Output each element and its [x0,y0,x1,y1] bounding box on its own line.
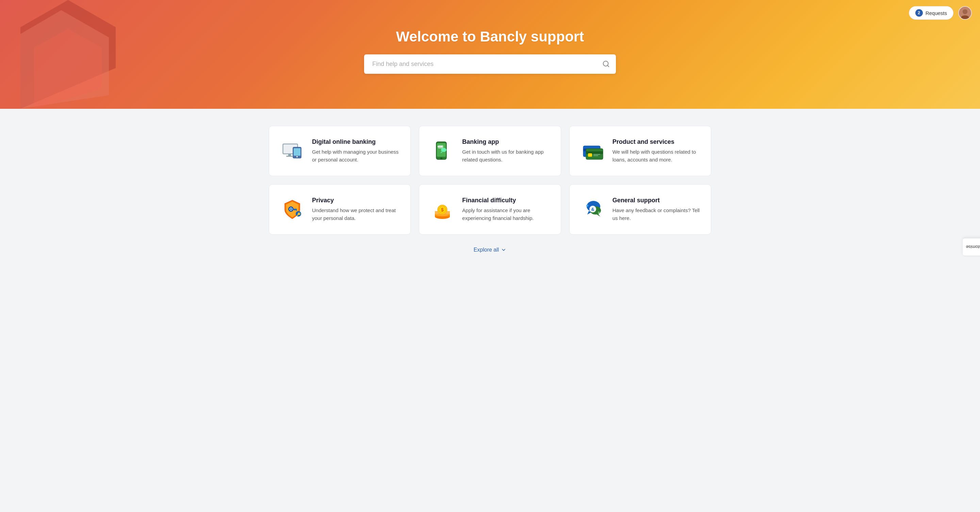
card-text-general-support: General support Have any feedback or com… [612,197,700,222]
svg-point-23 [440,157,442,159]
card-text-financial-difficulty: Financial difficulty Apply for assistanc… [462,197,550,222]
card-text-product-services: Product and services We will help with q… [612,138,700,163]
card-icon-card [581,138,605,163]
card-icon [581,139,605,162]
explore-all-section: Explore all [34,247,946,253]
card-general-support[interactable]: & General support Have any feedback or c… [569,184,711,235]
card-text-banking-app: Banking app Get in touch with us for ban… [462,138,550,163]
svg-line-7 [608,65,609,67]
svg-marker-3 [21,0,116,109]
card-desc-financial-difficulty: Apply for assistance if you are experien… [462,207,550,222]
card-privacy[interactable]: 🔑 Privacy Understand how we protect and … [269,184,411,235]
explore-all-button[interactable]: Explore all [474,247,507,253]
card-title-digital-banking: Digital online banking [312,138,399,146]
main-content: Digital online banking Get help with man… [0,109,980,280]
hero-decoration [0,0,143,109]
svg-point-19 [439,146,441,147]
svg-text:&: & [591,207,594,212]
card-product-services[interactable]: Product and services We will help with q… [569,126,711,176]
top-navigation: 2 Requests [909,6,972,20]
svg-rect-30 [593,155,598,156]
customise-tab[interactable]: Customise [963,238,980,256]
card-title-financial-difficulty: Financial difficulty [462,197,550,204]
card-text-privacy: Privacy Understand how we protect and tr… [312,197,399,222]
svg-rect-14 [286,156,293,157]
svg-text:$: $ [441,207,444,212]
card-icon-chat: & [581,197,605,221]
mobile-icon [431,139,454,162]
svg-point-31 [288,207,293,211]
svg-point-12 [296,156,298,157]
cards-grid: Digital online banking Get help with man… [269,126,711,235]
card-desc-digital-banking: Get help with managing your business or … [312,148,399,163]
requests-badge: 2 [915,9,923,17]
svg-rect-29 [593,154,600,155]
svg-rect-11 [294,148,301,156]
svg-marker-4 [21,10,109,109]
svg-rect-28 [588,153,592,157]
svg-rect-34 [296,209,297,211]
search-input[interactable] [364,54,616,74]
avatar[interactable] [958,6,972,20]
svg-text:🔑: 🔑 [296,212,301,217]
svg-point-52 [598,211,600,214]
svg-point-1 [963,9,967,14]
card-icon-shield: 🔑 [280,197,305,221]
desktop-icon [281,139,304,162]
requests-label: Requests [926,10,947,16]
card-desc-general-support: Have any feedback or complaints? Tell us… [612,207,700,222]
card-title-banking-app: Banking app [462,138,550,146]
svg-point-21 [441,148,447,152]
hero-section: Welcome to Bancly support [0,0,980,109]
hero-title: Welcome to Bancly support [396,29,584,45]
money-icon: $ [431,198,454,220]
chat-icon: & [581,198,605,220]
svg-rect-35 [294,209,295,211]
svg-point-51 [586,204,588,207]
svg-point-18 [438,146,439,147]
card-digital-banking[interactable]: Digital online banking Get help with man… [269,126,411,176]
card-icon-money: $ [430,197,455,221]
card-title-privacy: Privacy [312,197,399,204]
explore-all-label: Explore all [474,247,499,253]
requests-button[interactable]: 2 Requests [909,6,953,20]
card-financial-difficulty[interactable]: $ Financial difficulty Apply for assista… [419,184,561,235]
card-desc-privacy: Understand how we protect and treat your… [312,207,399,222]
svg-marker-5 [34,29,102,109]
card-desc-banking-app: Get in touch with us for banking app rel… [462,148,550,163]
card-desc-product-services: We will help with questions related to l… [612,148,700,163]
card-icon-desktop [280,138,305,163]
chevron-down-icon [501,247,506,253]
shield-icon: 🔑 [281,198,304,220]
card-banking-app[interactable]: Banking app Get in touch with us for ban… [419,126,561,176]
search-bar [364,54,616,74]
card-text-digital-banking: Digital online banking Get help with man… [312,138,399,163]
card-icon-mobile [430,138,455,163]
avatar-icon [959,6,971,20]
search-icon [602,60,610,68]
card-title-general-support: General support [612,197,700,204]
card-title-product-services: Product and services [612,138,700,146]
customise-label: Customise [966,244,980,250]
svg-point-20 [441,146,442,147]
search-button[interactable] [602,60,610,68]
